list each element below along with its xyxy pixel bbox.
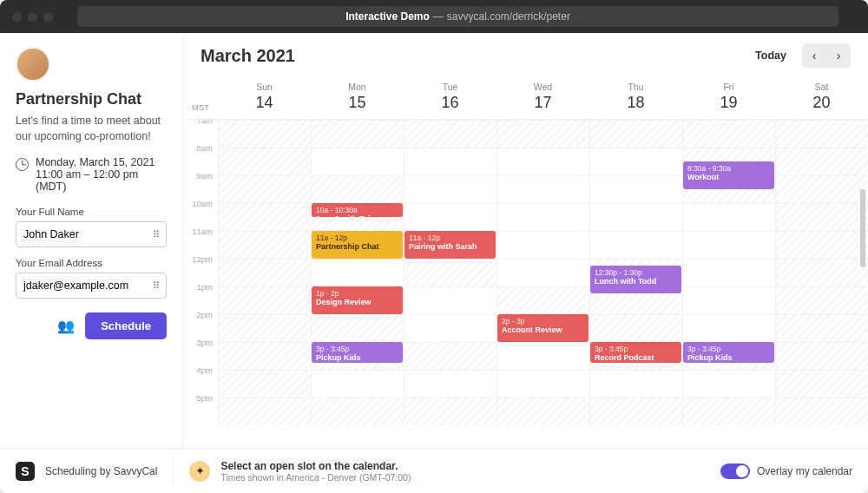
unavailable-slot (775, 286, 868, 314)
open-slot[interactable] (589, 175, 682, 203)
open-slot[interactable] (404, 314, 496, 342)
calendar-event[interactable]: 11a - 12pPartnership Chat (312, 231, 403, 259)
open-slot[interactable] (404, 175, 496, 203)
overlay-toggle[interactable]: Overlay my calendar (720, 463, 852, 479)
day-header: Wed17 (496, 76, 589, 119)
maximize-dot[interactable] (43, 12, 53, 22)
open-slot[interactable] (404, 286, 496, 314)
day-header: Fri19 (682, 76, 775, 119)
page-url: savvycal.com/derrick/peter (447, 10, 570, 23)
page-title-tab: Interactive Demo (345, 10, 430, 23)
hint-title: Select an open slot on the calendar. (220, 460, 411, 472)
email-input[interactable] (16, 273, 167, 299)
unavailable-slot (775, 231, 868, 259)
next-week-button[interactable]: › (826, 43, 851, 68)
calendar-event[interactable]: 3p - 3:45pRecord Podcast (590, 342, 681, 363)
open-slot[interactable] (682, 314, 775, 342)
open-slot[interactable] (496, 370, 589, 398)
input-drag-icon: ⠿ (153, 229, 160, 240)
input-drag-icon: ⠿ (153, 280, 160, 292)
calendar-event[interactable]: 2p - 3pAccount Review (497, 314, 589, 342)
unavailable-slot (589, 398, 682, 425)
unavailable-slot (775, 120, 868, 148)
open-slot[interactable] (682, 203, 775, 231)
open-slot[interactable] (496, 342, 589, 370)
calendar-event[interactable]: 10a - 10:30a1-on-1 with Brian (312, 203, 403, 217)
day-headers: MST Sun14Mon15Tue16Wed17Thu18Fri19Sat20 (183, 76, 868, 120)
calendar-event[interactable]: 8:30a - 9:30aWorkout (683, 161, 774, 189)
unavailable-slot (404, 259, 496, 286)
meeting-description: Let's find a time to meet about our upco… (16, 114, 167, 144)
calendar-event[interactable]: 12:30p - 1:30pLunch with Todd (590, 266, 681, 293)
open-slot[interactable] (496, 175, 589, 203)
scrollbar[interactable] (860, 189, 865, 267)
selected-time: 11:00 am – 12:00 pm (36, 168, 155, 181)
unavailable-slot (311, 175, 404, 203)
unavailable-slot (311, 398, 404, 425)
unavailable-slot (218, 148, 311, 175)
minimize-dot[interactable] (28, 12, 37, 22)
day-header: Mon15 (311, 76, 404, 119)
window-dots (12, 12, 53, 22)
schedule-button[interactable]: Schedule (85, 312, 167, 339)
name-input[interactable] (16, 221, 167, 247)
calendar-event[interactable]: 1p - 2pDesign Review (312, 286, 403, 314)
today-button[interactable]: Today (746, 44, 795, 67)
open-slot[interactable] (311, 148, 404, 175)
footer-brand-text: Scheduling by SavvyCal (45, 465, 157, 477)
open-slot[interactable] (589, 370, 682, 398)
unavailable-slot (311, 314, 404, 342)
open-slot[interactable] (404, 370, 496, 398)
timezone-label: MST (183, 76, 218, 119)
open-slot[interactable] (496, 203, 589, 231)
open-slot[interactable] (404, 203, 496, 231)
unavailable-slot (775, 342, 868, 370)
unavailable-slot (218, 175, 311, 203)
open-slot[interactable] (496, 231, 589, 259)
calendar-panel: March 2021 Today ‹ › MST Sun14Mon15Tue16… (182, 33, 868, 448)
unavailable-slot (682, 398, 775, 425)
calendar-event[interactable]: 11a - 12pPairing with Sarah (404, 231, 496, 259)
open-slot[interactable] (311, 370, 404, 398)
open-slot[interactable] (682, 231, 775, 259)
unavailable-slot (496, 286, 589, 314)
unavailable-slot (496, 398, 589, 425)
host-avatar (16, 47, 50, 82)
unavailable-slot (404, 120, 496, 148)
open-slot[interactable] (496, 148, 589, 175)
calendar-event[interactable]: 3p - 3:45pPickup Kids (312, 342, 403, 363)
unavailable-slot (404, 342, 496, 370)
unavailable-slot (589, 120, 682, 148)
calendar-grid-scroll[interactable]: 7am8am9am10am11am12pm1pm2pm3pm4pm5pm10a … (183, 120, 868, 448)
url-bar[interactable]: Interactive Demo — savvycal.com/derrick/… (77, 6, 838, 27)
unavailable-slot (218, 203, 311, 231)
open-slot[interactable] (589, 231, 682, 259)
unavailable-slot (496, 120, 589, 148)
week-nav: ‹ › (802, 43, 851, 68)
open-slot[interactable] (589, 203, 682, 231)
open-slot[interactable] (682, 259, 775, 286)
unavailable-slot (218, 314, 311, 342)
open-slot[interactable] (589, 148, 682, 175)
open-slot[interactable] (682, 370, 775, 398)
unavailable-slot (775, 259, 868, 286)
open-slot[interactable] (496, 259, 589, 286)
toggle-switch[interactable] (720, 463, 750, 479)
unavailable-slot (218, 286, 311, 314)
unavailable-slot (218, 231, 311, 259)
booking-sidebar: Partnership Chat Let's find a time to me… (0, 33, 182, 448)
add-guests-icon[interactable]: 👥 (57, 318, 75, 334)
calendar-event[interactable]: 3p - 3:45pPickup Kids (683, 342, 774, 363)
unavailable-slot (404, 398, 496, 425)
prev-week-button[interactable]: ‹ (802, 43, 826, 68)
unavailable-slot (589, 314, 682, 342)
unavailable-slot (775, 314, 868, 342)
open-slot[interactable] (404, 148, 496, 175)
hint-icon: ✦ (189, 461, 210, 482)
open-slot[interactable] (311, 259, 404, 286)
clock-icon (16, 158, 29, 171)
savvycal-logo: S (16, 462, 35, 481)
open-slot[interactable] (682, 286, 775, 314)
unavailable-slot (218, 370, 311, 398)
close-dot[interactable] (12, 12, 22, 22)
